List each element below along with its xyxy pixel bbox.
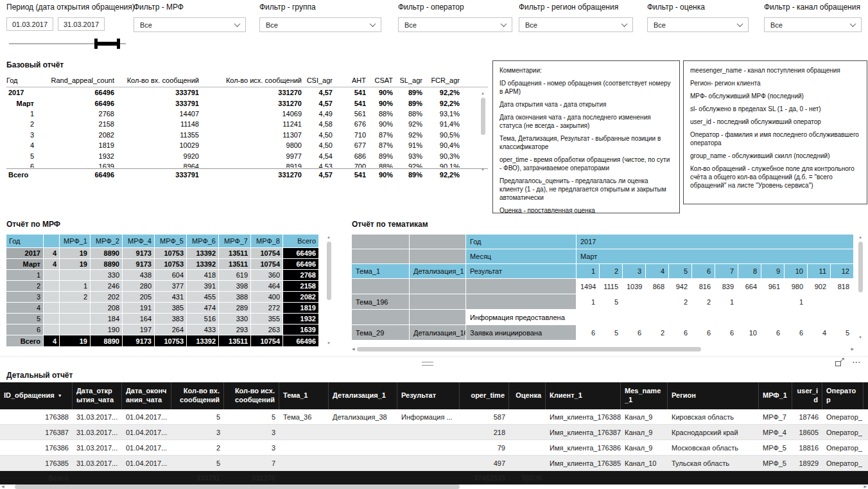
scrollbar-thumb[interactable]: [481, 98, 485, 135]
column-header[interactable]: Оператор: [822, 382, 864, 409]
column-header: 8: [738, 264, 761, 279]
cell: 66496: [39, 89, 114, 96]
cell: 1: [60, 281, 91, 292]
filter-dropdown[interactable]: Все: [259, 17, 381, 32]
column-header[interactable]: Mes_name_1: [621, 382, 668, 409]
scrollbar-track[interactable]: [6, 485, 862, 489]
comment-text: ID обращения - номер обращения (соответс…: [499, 79, 673, 96]
cell: 31.03.2017...: [73, 444, 122, 452]
comment-text: user_id - последний обслуживший оператор: [690, 118, 860, 126]
theme-report-vscrollbar[interactable]: ▲▼: [856, 235, 864, 341]
detail-report-hscrollbar[interactable]: ◀▶: [1, 483, 867, 489]
cell: 92%: [393, 131, 422, 139]
row-label: 3: [6, 292, 44, 303]
slider-range[interactable]: [96, 42, 119, 46]
scrollbar-track[interactable]: [858, 242, 863, 333]
column-header[interactable]: МРФ_1: [759, 382, 792, 409]
cell: 10753: [155, 335, 187, 347]
column-header[interactable]: Кол-во исх. сообщений: [224, 382, 279, 409]
theme-report-hscrollbar[interactable]: ◀▶: [352, 345, 854, 353]
table-row: 13304386044186193602768: [6, 270, 334, 281]
column-header[interactable]: Регион: [668, 382, 759, 409]
cell: МРФ_5: [759, 444, 792, 452]
cell: 91,4%: [422, 120, 460, 128]
cell: 10029: [114, 141, 199, 149]
column-header[interactable]: Кол-во вх. сообщений: [171, 382, 224, 409]
base-report-vscrollbar[interactable]: ▲▼: [479, 91, 487, 173]
column-header: МРФ_8: [251, 235, 283, 248]
scroll-down-icon[interactable]: ▼: [481, 167, 485, 173]
scroll-right-icon[interactable]: ▶: [851, 346, 854, 352]
cell: 2082: [39, 131, 114, 139]
filter-dropdown[interactable]: Все: [647, 17, 749, 32]
scrollbar-thumb[interactable]: [858, 242, 863, 292]
scrollbar-track[interactable]: [357, 347, 849, 351]
scrollbar-track[interactable]: [327, 242, 331, 339]
row-result: Заявка инициирована: [466, 325, 577, 341]
scroll-up-icon[interactable]: ▲: [327, 235, 331, 240]
filter-dropdown[interactable]: Все: [134, 17, 246, 32]
column-header[interactable]: Клиент_1: [546, 382, 621, 409]
scroll-up-icon[interactable]: ▲: [481, 91, 485, 96]
column-header[interactable]: Детализация_1: [329, 382, 397, 409]
comments-left-body: Комментарии:ID обращения - номер обращен…: [499, 66, 673, 213]
column-header-label: Оператор: [826, 387, 859, 405]
column-header[interactable]: Тема_1: [279, 382, 329, 409]
cell: 818: [831, 279, 854, 294]
column-header[interactable]: Дата_открытия_чата: [73, 382, 122, 409]
scroll-down-icon[interactable]: ▼: [858, 335, 862, 341]
month-row: МесяцМарт: [352, 249, 865, 264]
column-header[interactable]: Результат: [397, 382, 460, 409]
cell: 90%: [366, 100, 393, 107]
cell: 10753: [155, 248, 187, 259]
cell: 4,54: [302, 152, 333, 160]
row-label: 1: [6, 270, 44, 281]
cell: [60, 314, 91, 325]
scrollbar-thumb[interactable]: [15, 485, 460, 489]
cell: 4,58: [302, 120, 333, 128]
column-header: АНТ: [333, 76, 366, 84]
comment-text: group_name - обслуживший скилл (последни…: [690, 152, 860, 160]
scrollbar-track[interactable]: [481, 98, 485, 166]
cell: 18746: [792, 413, 822, 421]
total-cell: 1639: [283, 325, 319, 335]
cell: 19: [60, 335, 91, 347]
scrollbar-thumb[interactable]: [327, 242, 331, 300]
column-header[interactable]: Оценка: [509, 382, 546, 409]
sort-filter-icon[interactable]: ▼: [58, 393, 62, 399]
comments-textbox-right: meesenger_name - канал поступления обращ…: [683, 60, 867, 204]
slider-handle-right[interactable]: [117, 39, 120, 49]
slider-handle-left[interactable]: [94, 39, 98, 49]
cell: 8964: [114, 163, 199, 168]
column-header[interactable]: Дата_окончания_чата: [122, 382, 171, 409]
scroll-right-icon[interactable]: ▶: [864, 484, 867, 489]
cell: МРФ_5: [759, 459, 792, 467]
column-header[interactable]: oper_time: [460, 382, 509, 409]
period-start-input[interactable]: 01.03.2017: [6, 17, 53, 31]
filter-dropdown[interactable]: Все: [398, 17, 512, 32]
period-range-slider[interactable]: [6, 38, 132, 49]
scroll-left-icon[interactable]: ◀: [1, 484, 4, 489]
cell: 464: [251, 281, 283, 292]
cell: 10754: [251, 248, 283, 259]
mrf-report-vscrollbar[interactable]: ▲▼: [325, 235, 333, 346]
filter-dropdown[interactable]: Все: [519, 17, 633, 32]
scroll-up-icon[interactable]: ▲: [858, 235, 862, 240]
cell: [44, 292, 60, 303]
cell: 516: [187, 314, 219, 325]
cell: 388: [219, 292, 251, 303]
scroll-left-icon[interactable]: ◀: [352, 346, 355, 352]
filter-dropdown[interactable]: Все: [764, 17, 862, 32]
column-header[interactable]: ID_обращения▼: [0, 382, 73, 409]
cell: 4: [808, 325, 831, 341]
row-label: 2: [6, 120, 39, 128]
scroll-down-icon[interactable]: ▼: [327, 341, 331, 346]
cell: [410, 249, 466, 264]
filter-selected-value: Все: [266, 21, 278, 29]
column-header[interactable]: user_id: [792, 382, 822, 409]
column-header: МРФ_6: [187, 235, 219, 248]
cell: 10754: [251, 259, 283, 270]
scrollbar-thumb[interactable]: [357, 347, 702, 351]
period-end-input[interactable]: 31.03.2017: [58, 17, 105, 31]
cell: 5: [831, 325, 854, 341]
